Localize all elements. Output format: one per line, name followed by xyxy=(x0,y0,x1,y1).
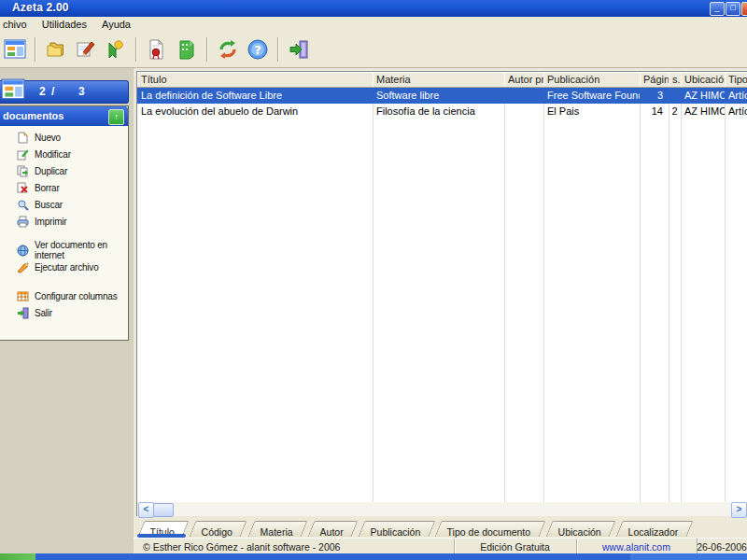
edit-icon xyxy=(17,148,29,161)
exit-icon xyxy=(288,38,310,61)
table-row-cell[interactable]: Artíc xyxy=(725,104,747,119)
column-header-tipo[interactable]: Tipo xyxy=(725,72,747,88)
status-website-link[interactable]: www.alanit.com xyxy=(576,539,697,554)
table-row-cell[interactable] xyxy=(669,88,681,104)
open-folder-button[interactable] xyxy=(42,35,70,63)
start-button-fragment[interactable] xyxy=(0,553,35,560)
table-row-cell[interactable]: Free Software Foundat xyxy=(543,88,640,104)
layout-panels-icon xyxy=(4,38,26,61)
edit-document-button[interactable] xyxy=(72,35,100,63)
column-header-titulo[interactable]: Título xyxy=(137,72,373,88)
menu-utilidades[interactable]: Utilidades xyxy=(35,18,94,31)
maximize-button[interactable]: □ xyxy=(726,2,740,16)
layout-panels-icon xyxy=(1,77,25,105)
archive-cabinet-button[interactable] xyxy=(173,35,201,63)
pager-current: 2 xyxy=(39,85,46,98)
windows-taskbar[interactable] xyxy=(0,553,747,560)
open-folder-icon xyxy=(45,38,67,61)
toolbar-separator xyxy=(35,37,36,62)
menu-archivo[interactable]: chivo xyxy=(0,18,35,31)
table-row-cell[interactable]: El Pais xyxy=(543,104,640,119)
sidebar-item-modificar[interactable]: Modificar xyxy=(0,146,128,162)
column-header-publicacion[interactable]: Publicación xyxy=(543,72,640,88)
table-row-cell[interactable]: Filosofía de la ciencia xyxy=(373,104,504,119)
sidebar-item-configurar-columnas[interactable]: Configurar columnas xyxy=(0,287,128,304)
close-button[interactable]: × xyxy=(741,2,747,16)
taskbar-tray-fragment xyxy=(630,553,747,560)
table-row-cell[interactable]: 2 xyxy=(669,104,681,119)
bookmark-ribbon-button[interactable] xyxy=(102,35,130,63)
pager-separator: / xyxy=(51,85,54,98)
table-row-cell[interactable]: 3 xyxy=(640,88,669,104)
tab-localizador[interactable]: Localizador xyxy=(616,521,694,537)
table-row-cell[interactable]: 14 xyxy=(640,104,669,119)
scroll-left-button[interactable]: < xyxy=(138,502,154,518)
sidebar-item-salir[interactable]: Salir xyxy=(0,304,128,321)
minimize-button[interactable]: _ xyxy=(710,2,725,16)
pager-total: 3 xyxy=(78,85,85,98)
title-bar[interactable]: Azeta 2.00 _ □ × xyxy=(0,0,747,18)
tab-ubicacion[interactable]: Ubicación xyxy=(545,521,615,537)
collapse-panel-button[interactable]: ↑ xyxy=(108,109,124,125)
report-document-button[interactable] xyxy=(143,35,171,63)
table-row-cell[interactable]: La evolución del abuelo de Darwin xyxy=(137,104,373,119)
tab-materia[interactable]: Materia xyxy=(247,521,307,537)
search-icon xyxy=(17,199,29,211)
scrollbar-thumb[interactable] xyxy=(153,503,174,517)
exit-button[interactable] xyxy=(285,35,313,63)
menu-bar: chivo Utilidades Ayuda xyxy=(0,17,747,32)
status-bar: © Esther Rico Gómez - alanit software - … xyxy=(134,538,747,554)
status-copyright: © Esther Rico Gómez - alanit software - … xyxy=(134,539,454,554)
layout-panels-button[interactable] xyxy=(1,35,29,63)
table-row-cell[interactable]: Software libre xyxy=(373,88,504,104)
sidebar-item-ejecutar[interactable]: Ejecutar archivo xyxy=(0,259,128,275)
toolbar-separator xyxy=(277,37,279,62)
table-row-cell[interactable]: La definición de Software Libre xyxy=(137,88,373,104)
column-header-paginas[interactable]: Páginas xyxy=(640,72,669,88)
status-date: 26-06-2006 xyxy=(697,539,747,554)
toolbar-separator xyxy=(135,37,137,62)
edit-document-icon xyxy=(75,38,97,61)
sidebar-item-borrar[interactable]: Borrar xyxy=(0,179,128,196)
refresh-icon xyxy=(217,38,239,61)
sidebar-item-buscar[interactable]: Buscar xyxy=(0,196,128,213)
help-icon: ? xyxy=(247,38,269,61)
toolbar: ? xyxy=(0,32,747,68)
sidebar: 2 / 3 documentos ↑ xyxy=(0,68,134,553)
column-header-ubicacion[interactable]: Ubicación xyxy=(681,72,725,88)
help-button[interactable]: ? xyxy=(244,35,272,63)
toolbar-separator xyxy=(206,37,208,62)
column-header-materia[interactable]: Materia xyxy=(373,72,504,88)
sidebar-item-duplicar[interactable]: Duplicar xyxy=(0,162,128,179)
sidebar-item-ver-documento[interactable]: Ver documento en internet xyxy=(0,242,128,259)
panel-title: documentos xyxy=(3,110,63,121)
menu-ayuda[interactable]: Ayuda xyxy=(94,18,138,31)
column-header-autor[interactable]: Autor prir xyxy=(504,72,543,88)
svg-text:?: ? xyxy=(254,43,261,57)
column-header-narrow[interactable]: s. xyxy=(669,72,681,88)
tab-codigo[interactable]: Código xyxy=(190,521,247,537)
scroll-right-button[interactable]: > xyxy=(731,502,747,518)
bookmark-ribbon-icon xyxy=(105,38,127,61)
tab-autor[interactable]: Autor xyxy=(307,521,358,537)
table-row-cell[interactable] xyxy=(504,88,543,104)
tab-tipo-de-documento[interactable]: Tipo de documento xyxy=(435,521,545,537)
horizontal-scrollbar[interactable]: < > xyxy=(136,502,747,516)
sidebar-item-nuevo[interactable]: Nuevo xyxy=(0,129,128,146)
refresh-button[interactable] xyxy=(214,35,242,63)
sidebar-item-imprimir[interactable]: Imprimir xyxy=(0,213,128,230)
table-row-cell[interactable]: AZ HIMC xyxy=(681,88,725,104)
print-icon xyxy=(17,216,29,228)
table-row-cell[interactable] xyxy=(504,104,543,119)
status-edition: Edición Gratuita xyxy=(454,539,576,554)
run-file-icon xyxy=(17,261,29,273)
window-title: Azeta 2.00 xyxy=(12,1,69,14)
documents-panel-header: documentos ↑ xyxy=(0,106,128,126)
tab-publicacion[interactable]: Publicación xyxy=(358,521,435,537)
table-row-cell[interactable]: Artíc xyxy=(725,88,747,104)
sidebar-group-gap xyxy=(0,275,128,287)
archive-cabinet-icon xyxy=(176,38,198,61)
documents-table: Título La definición de Software Libre L… xyxy=(136,71,747,504)
table-row-cell[interactable]: AZ HIMC xyxy=(681,104,725,119)
globe-icon xyxy=(17,245,29,257)
